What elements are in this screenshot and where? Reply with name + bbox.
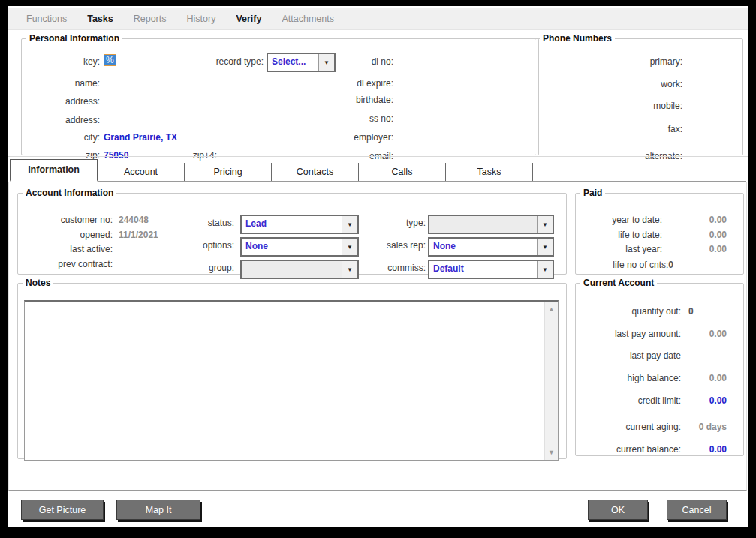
status-value: Lead	[242, 216, 342, 233]
personal-information-title: Personal Information	[26, 33, 122, 44]
sales-rep-value: None	[429, 239, 537, 255]
city-label: city:	[22, 132, 100, 143]
key-selected-text: %	[104, 54, 116, 66]
last-pay-amount-value: 0.00	[681, 329, 727, 339]
credit-limit-value[interactable]: 0.00	[681, 395, 727, 406]
sales-rep-label: sales rep:	[360, 240, 426, 251]
map-it-button[interactable]: Map It	[116, 500, 200, 520]
last-year-label: last year:	[576, 244, 662, 254]
last-pay-date-label: last pay date	[576, 350, 681, 361]
tab-calls[interactable]: Calls	[359, 163, 446, 181]
tab-contacts[interactable]: Contacts	[272, 163, 359, 181]
dropdown-arrow-icon[interactable]: ▼	[342, 261, 357, 278]
menu-reports[interactable]: Reports	[134, 14, 167, 24]
tab-pricing[interactable]: Pricing	[185, 163, 272, 181]
commiss-dropdown[interactable]: Default ▼	[428, 260, 554, 279]
commiss-label: commiss:	[360, 263, 426, 273]
key-label: key:	[22, 56, 100, 67]
dropdown-arrow-icon[interactable]: ▼	[342, 239, 357, 255]
sales-rep-dropdown[interactable]: None ▼	[428, 237, 554, 257]
menu-tasks[interactable]: Tasks	[87, 14, 113, 24]
tab-tasks[interactable]: Tasks	[446, 163, 533, 181]
dropdown-arrow-icon[interactable]: ▼	[342, 216, 357, 233]
section-divider	[8, 156, 748, 157]
life-to-date-label: life to date:	[576, 230, 662, 240]
account-information-group: Account Information customer no: 244048 …	[17, 188, 567, 275]
opened-label: opened:	[21, 230, 113, 240]
cancel-button[interactable]: Cancel	[667, 500, 727, 520]
zip-value[interactable]: 75050	[104, 150, 128, 161]
ss-no-label: ss no:	[300, 113, 393, 124]
year-to-date-label: year to date:	[576, 215, 662, 225]
ok-button[interactable]: OK	[588, 500, 648, 520]
paid-group: Paid year to date: 0.00 life to date: 0.…	[575, 188, 744, 275]
last-active-label: last active:	[21, 244, 113, 254]
credit-limit-label: credit limit:	[576, 395, 681, 406]
address2-label: address:	[22, 115, 100, 125]
scroll-down-icon[interactable]: ▼	[545, 446, 558, 458]
dropdown-arrow-icon[interactable]: ▼	[537, 239, 553, 255]
key-input[interactable]: %	[104, 55, 116, 65]
life-no-of-cnts-label: life no of cnts:	[613, 260, 668, 270]
phone-numbers-group: Phone Numbers primary: work: mobile: fax…	[535, 33, 743, 155]
options-label: options:	[161, 240, 234, 251]
menu-bar: Functions Tasks Reports History Verify A…	[8, 8, 748, 30]
current-account-title: Current Account	[580, 278, 657, 288]
zip4-label: zip+4:	[134, 150, 217, 161]
prev-contract-label: prev contract:	[21, 259, 113, 269]
name-label: name:	[22, 78, 100, 89]
paid-title: Paid	[580, 188, 605, 198]
notes-scrollbar[interactable]: ▲ ▼	[544, 302, 558, 460]
high-balance-label: high balance:	[576, 373, 681, 383]
menu-verify[interactable]: Verify	[236, 14, 261, 24]
tab-account[interactable]: Account	[98, 163, 185, 181]
dropdown-arrow-icon[interactable]: ▼	[537, 261, 553, 278]
account-information-title: Account Information	[23, 188, 116, 198]
tab-information[interactable]: Information	[10, 159, 98, 182]
current-account-group: Current Account quantity out: 0 last pay…	[575, 278, 744, 456]
personal-information-group: Personal Information key: % record type:…	[21, 33, 539, 155]
group-value	[242, 261, 342, 278]
life-no-of-cnts-row: life no of cnts:0	[576, 260, 673, 270]
group-label: group:	[161, 263, 234, 273]
dropdown-arrow-icon[interactable]: ▼	[537, 216, 553, 233]
status-label: status:	[161, 218, 234, 228]
quantity-out-value: 0	[688, 306, 694, 317]
options-value: None	[242, 239, 342, 255]
work-phone-label: work:	[535, 79, 682, 89]
current-balance-value[interactable]: 0.00	[681, 444, 727, 455]
menu-functions[interactable]: Functions	[26, 14, 67, 24]
primary-phone-label: primary:	[535, 56, 682, 67]
tab-strip: Information Account Pricing Contacts Cal…	[10, 161, 746, 182]
current-aging-label: current aging:	[576, 422, 681, 432]
menu-history[interactable]: History	[187, 14, 216, 24]
mobile-phone-label: mobile:	[535, 101, 682, 111]
quantity-out-label: quantity out:	[576, 306, 681, 317]
city-value[interactable]: Grand Prairie, TX	[104, 132, 177, 143]
scroll-up-icon[interactable]: ▲	[545, 303, 558, 315]
type-value	[429, 216, 537, 233]
menu-attachments[interactable]: Attachments	[282, 14, 333, 24]
current-aging-value: 0 days	[681, 422, 727, 432]
fax-label: fax:	[535, 124, 682, 134]
status-dropdown[interactable]: Lead ▼	[240, 215, 359, 234]
high-balance-value: 0.00	[681, 373, 727, 383]
birthdate-label: birthdate:	[300, 95, 393, 105]
get-picture-button[interactable]: Get Picture	[21, 500, 104, 520]
information-tab-page: Account Information customer no: 244048 …	[8, 182, 747, 491]
year-to-date-value: 0.00	[662, 215, 727, 225]
group-dropdown[interactable]: ▼	[240, 260, 359, 279]
notes-group: Notes ▲ ▼	[17, 278, 567, 459]
type-dropdown[interactable]: ▼	[428, 215, 554, 234]
customer-no-value: 244048	[119, 215, 149, 225]
options-dropdown[interactable]: None ▼	[240, 237, 359, 257]
dl-no-label: dl no:	[300, 56, 393, 67]
customer-no-label: customer no:	[21, 215, 113, 225]
app-window: Functions Tasks Reports History Verify A…	[8, 6, 748, 527]
notes-title: Notes	[23, 278, 53, 288]
address1-label: address:	[22, 96, 100, 107]
notes-textarea[interactable]: ▲ ▼	[24, 300, 559, 461]
last-year-value: 0.00	[662, 244, 727, 254]
phone-numbers-title: Phone Numbers	[540, 33, 615, 44]
employer-label: employer:	[300, 132, 393, 143]
